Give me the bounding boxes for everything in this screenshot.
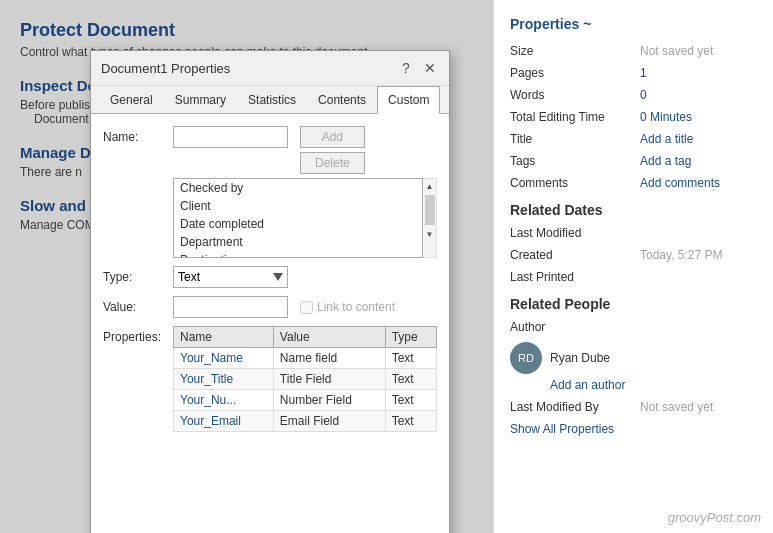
scroll-down-arrow[interactable]: ▼ (423, 227, 437, 241)
document-properties-dialog: Document1 Properties ? ✕ GeneralSummaryS… (90, 50, 450, 533)
name-listbox[interactable]: Checked byClientDate completedDepartment… (173, 178, 423, 258)
table-row[interactable]: Your_TitleTitle FieldText (174, 369, 437, 390)
right-panel: Properties ~ SizeNot saved yetPages1Word… (493, 0, 773, 533)
name-input[interactable] (173, 126, 288, 148)
property-label: Words (510, 88, 640, 102)
listbox-item[interactable]: Destination (174, 251, 422, 258)
type-control-area: TextDateNumberYes or No (173, 266, 437, 288)
value-row: Value: Link to content (103, 296, 437, 318)
properties-label: Properties: (103, 326, 173, 344)
table-cell-type: Text (385, 411, 436, 432)
tab-statistics[interactable]: Statistics (237, 86, 307, 114)
avatar: RD (510, 342, 542, 374)
property-value[interactable]: Add comments (640, 176, 720, 190)
property-label: Tags (510, 154, 640, 168)
table-cell-name: Your_Name (174, 348, 274, 369)
name-listbox-container: Checked byClientDate completedDepartment… (173, 178, 437, 258)
tab-custom[interactable]: Custom (377, 86, 440, 114)
table-cell-type: Text (385, 369, 436, 390)
table-empty-space (173, 432, 437, 532)
table-header: Name (174, 327, 274, 348)
property-value[interactable]: 0 (640, 88, 647, 102)
table-row[interactable]: Your_Nu...Number FieldText (174, 390, 437, 411)
name-control-area: Add Delete Checked byClientDate complete… (173, 126, 437, 258)
dialog-titlebar: Document1 Properties ? ✕ (91, 51, 449, 86)
name-row: Name: Add Delete Checked byClientDate co… (103, 126, 437, 258)
property-row: CommentsAdd comments (510, 176, 757, 190)
help-button[interactable]: ? (397, 59, 415, 77)
table-body: Your_NameName fieldTextYour_TitleTitle F… (174, 348, 437, 432)
property-value[interactable]: Add a title (640, 132, 693, 146)
date-value: Today, 5:27 PM (640, 248, 723, 262)
name-input-row: Add Delete (173, 126, 437, 174)
property-label: Title (510, 132, 640, 146)
listbox-item[interactable]: Department (174, 233, 422, 251)
table-cell-value: Email Field (273, 411, 385, 432)
add-button[interactable]: Add (300, 126, 365, 148)
table-cell-value: Title Field (273, 369, 385, 390)
related-dates-heading: Related Dates (510, 202, 757, 218)
type-label: Type: (103, 266, 173, 284)
date-label: Created (510, 248, 640, 262)
author-name: Ryan Dube (550, 351, 610, 365)
property-row: Total Editing Time0 Minutes (510, 110, 757, 124)
link-to-content-checkbox[interactable] (300, 301, 313, 314)
name-label: Name: (103, 126, 173, 144)
author-row-label: Author (510, 320, 757, 334)
properties-table: NameValueType Your_NameName fieldTextYou… (173, 326, 437, 432)
author-label: Author (510, 320, 640, 334)
tab-general[interactable]: General (99, 86, 164, 114)
property-value[interactable]: Add a tag (640, 154, 691, 168)
property-label: Comments (510, 176, 640, 190)
table-cell-name: Your_Title (174, 369, 274, 390)
scroll-up-arrow[interactable]: ▲ (423, 179, 437, 193)
close-button[interactable]: ✕ (421, 59, 439, 77)
listbox-item[interactable]: Checked by (174, 179, 422, 197)
watermark: groovyPost.com (668, 510, 761, 525)
last-modified-row: Last Modified By Not saved yet (510, 400, 757, 414)
table-row[interactable]: Your_EmailEmail FieldText (174, 411, 437, 432)
properties-table-row: Properties: NameValueType Your_NameName … (103, 326, 437, 532)
date-row: Last Modified (510, 226, 757, 240)
property-label: Pages (510, 66, 640, 80)
tab-summary[interactable]: Summary (164, 86, 237, 114)
value-control-area: Link to content (173, 296, 437, 318)
delete-button[interactable]: Delete (300, 152, 365, 174)
property-value[interactable]: 1 (640, 66, 647, 80)
properties-title: Properties ~ (510, 16, 757, 32)
table-cell-type: Text (385, 348, 436, 369)
property-row: SizeNot saved yet (510, 44, 757, 58)
property-value[interactable]: 0 Minutes (640, 110, 692, 124)
table-header-row: NameValueType (174, 327, 437, 348)
link-to-content-row: Link to content (300, 300, 395, 314)
table-cell-value: Number Field (273, 390, 385, 411)
property-row: Words0 (510, 88, 757, 102)
table-row[interactable]: Your_NameName fieldText (174, 348, 437, 369)
date-label: Last Modified (510, 226, 640, 240)
scroll-thumb[interactable] (425, 195, 435, 225)
table-header: Value (273, 327, 385, 348)
property-value: Not saved yet (640, 44, 713, 58)
properties-table-area: NameValueType Your_NameName fieldTextYou… (173, 326, 437, 532)
last-modified-label: Last Modified By (510, 400, 640, 414)
last-modified-value: Not saved yet (640, 400, 713, 414)
add-author-link[interactable]: Add an author (550, 378, 757, 392)
listbox-item[interactable]: Client (174, 197, 422, 215)
dialog-title: Document1 Properties (101, 61, 230, 76)
tab-contents[interactable]: Contents (307, 86, 377, 114)
listbox-item[interactable]: Date completed (174, 215, 422, 233)
dialog-body: Name: Add Delete Checked byClientDate co… (91, 114, 449, 533)
table-header: Type (385, 327, 436, 348)
listbox-scrollbar[interactable]: ▲ ▼ (423, 178, 437, 258)
value-input[interactable] (173, 296, 288, 318)
type-select[interactable]: TextDateNumberYes or No (173, 266, 288, 288)
table-cell-name: Your_Nu... (174, 390, 274, 411)
dialog-controls: ? ✕ (397, 59, 439, 77)
date-row: Last Printed (510, 270, 757, 284)
type-row: Type: TextDateNumberYes or No (103, 266, 437, 288)
add-delete-buttons: Add Delete (300, 126, 365, 174)
show-all-properties-link[interactable]: Show All Properties (510, 422, 757, 436)
date-label: Last Printed (510, 270, 640, 284)
table-cell-name: Your_Email (174, 411, 274, 432)
author-info: RD Ryan Dube (510, 342, 757, 374)
